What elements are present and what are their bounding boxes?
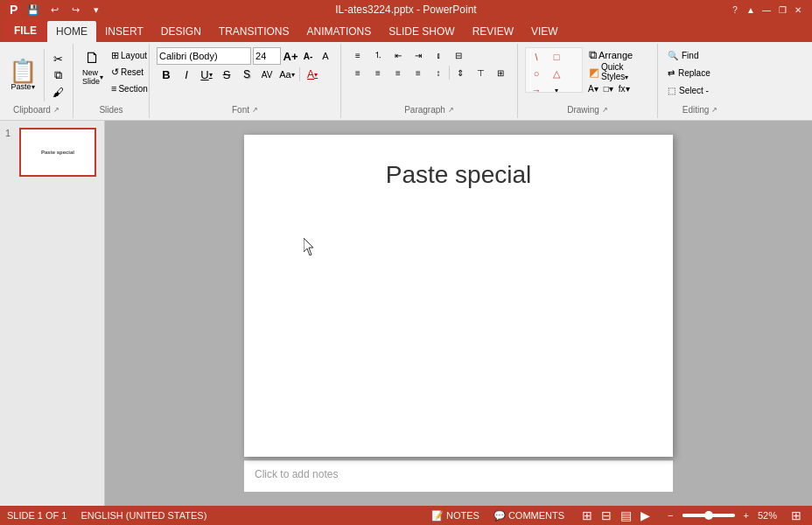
slides-small-btns: ⊞ Layout ↺ Reset ≡ Section	[108, 47, 144, 96]
window-title: IL-ates3224.pptx - PowerPoint	[335, 4, 476, 16]
justify-button[interactable]: ≡	[409, 65, 428, 80]
editing-expand-icon[interactable]: ↗	[711, 106, 718, 114]
slide-canvas[interactable]: Paste special	[244, 135, 673, 457]
bullets-button[interactable]: ≡	[348, 47, 368, 63]
redo-icon[interactable]: ↪	[67, 2, 83, 18]
tab-file[interactable]: FILE	[4, 19, 47, 42]
shape-more[interactable]: ▾	[547, 82, 566, 93]
slide-title-text[interactable]: Paste special	[386, 161, 532, 189]
font-expand-icon[interactable]: ↗	[252, 106, 258, 114]
find-button[interactable]: 🔍 Find	[665, 47, 735, 63]
title-left: P 💾 ↩ ↪ ▾	[7, 2, 104, 18]
text-direction-button[interactable]: ⇕	[451, 65, 470, 80]
spacing-button[interactable]: AV	[257, 66, 276, 82]
editing-label: Editing ↗	[662, 103, 738, 116]
slideshow-button[interactable]: ▶	[637, 507, 654, 524]
ribbon-collapse-button[interactable]: ▲	[744, 3, 758, 17]
slide-thumbnail-1[interactable]: Paste special	[19, 128, 96, 177]
select-button[interactable]: ⬚ Select -	[665, 82, 735, 98]
shape-triangle[interactable]: △	[547, 66, 566, 81]
normal-view-button[interactable]: ⊞	[578, 507, 596, 524]
tab-design[interactable]: DESIGN	[152, 21, 210, 42]
shape-effects-button[interactable]: fx▾	[617, 80, 632, 96]
clipboard-group: 📋 Paste▾ ✂ ⧉ 🖌 Clipboard ↗	[0, 44, 74, 118]
clipboard-expand-icon[interactable]: ↗	[53, 106, 60, 114]
help-button[interactable]: ?	[728, 3, 742, 17]
shape-oval[interactable]: ○	[527, 66, 546, 81]
quick-styles-button[interactable]: ◩ QuickStyles▾	[586, 64, 639, 80]
tab-slideshow[interactable]: SLIDE SHOW	[380, 21, 463, 42]
convert-smartart-button[interactable]: ⊞	[491, 65, 510, 80]
layout-button[interactable]: ⊞ Layout	[108, 47, 144, 63]
paragraph-expand-icon[interactable]: ↗	[448, 106, 454, 114]
numbering-button[interactable]: ⒈	[368, 47, 388, 63]
save-icon[interactable]: 💾	[25, 2, 41, 18]
section-button[interactable]: ≡ Section	[108, 80, 144, 96]
decrease-indent-button[interactable]: ⇤	[388, 47, 408, 63]
drawing-expand-icon[interactable]: ↗	[602, 106, 608, 114]
font-case-button[interactable]: Aa▾	[277, 66, 297, 82]
zoom-out-button[interactable]: −	[664, 507, 676, 524]
maximize-button[interactable]: ❐	[775, 3, 789, 17]
arrange-button[interactable]: ⧉ Arrange	[586, 47, 639, 63]
reset-button[interactable]: ↺ Reset	[108, 64, 144, 80]
shape-outline-button[interactable]: □▾	[602, 80, 615, 96]
zoom-controls: − + 52%	[664, 507, 780, 524]
layout-icon: ⊞	[111, 50, 119, 61]
tab-animations[interactable]: ANIMATIONS	[298, 21, 380, 42]
smart-art-button[interactable]: ⊟	[449, 47, 468, 63]
decrease-font-button[interactable]: A-	[300, 48, 316, 64]
underline-button[interactable]: U▾	[197, 66, 216, 82]
clear-formatting-button[interactable]: A	[318, 48, 333, 64]
copy-button[interactable]: ⧉	[48, 67, 67, 83]
shadow-button[interactable]: S	[237, 66, 256, 82]
comments-button[interactable]: 💬 COMMENTS	[490, 507, 568, 524]
zoom-level[interactable]: 52%	[754, 507, 780, 524]
replace-button[interactable]: ⇄ Replace	[665, 65, 735, 80]
tab-home[interactable]: HOME	[47, 21, 96, 42]
zoom-in-button[interactable]: +	[740, 507, 752, 524]
close-button[interactable]: ✕	[791, 3, 805, 17]
tab-insert[interactable]: INSERT	[96, 21, 152, 42]
ribbon-tabs: FILE HOME INSERT DESIGN TRANSITIONS ANIM…	[0, 19, 812, 42]
align-left-button[interactable]: ≡	[348, 65, 368, 80]
align-text-button[interactable]: ⊤	[471, 65, 490, 80]
reading-view-button[interactable]: ▤	[617, 507, 635, 524]
new-slide-button[interactable]: 🗋 NewSlide▾	[79, 47, 107, 88]
customize-qat-icon[interactable]: ▾	[88, 2, 104, 18]
line-spacing-button[interactable]: ↕	[429, 65, 448, 80]
shape-line[interactable]: \	[527, 49, 546, 65]
increase-font-button[interactable]: A+	[283, 48, 298, 64]
notes-area[interactable]: Click to add notes	[244, 460, 673, 492]
columns-button[interactable]: ⫾	[429, 47, 448, 63]
shape-arrow-right[interactable]: →	[527, 82, 546, 93]
bold-button[interactable]: B	[157, 66, 176, 82]
strikethrough-button[interactable]: S	[217, 66, 236, 82]
format-painter-button[interactable]: 🖌	[48, 84, 67, 100]
notes-button[interactable]: 📝 NOTES	[428, 507, 483, 524]
paste-button[interactable]: 📋 Paste▾	[5, 58, 40, 93]
font-color-button[interactable]: A▾	[303, 66, 322, 82]
tab-review[interactable]: REVIEW	[464, 21, 522, 42]
slide-sorter-button[interactable]: ⊟	[598, 507, 615, 524]
zoom-slider[interactable]	[682, 514, 735, 517]
cursor-svg	[304, 238, 316, 256]
fit-slide-button[interactable]: ⊞	[788, 507, 805, 524]
font-family-select[interactable]	[157, 47, 251, 65]
align-center-button[interactable]: ≡	[368, 65, 388, 80]
cut-button[interactable]: ✂	[48, 51, 67, 66]
increase-indent-button[interactable]: ⇥	[409, 47, 428, 63]
minimize-button[interactable]: —	[760, 3, 774, 17]
shape-rect[interactable]: □	[547, 49, 566, 65]
font-row-1: A+ A- A	[157, 47, 333, 65]
clipboard-small-btns: ✂ ⧉ 🖌	[48, 51, 67, 100]
section-icon: ≡	[111, 83, 116, 94]
tab-view[interactable]: VIEW	[522, 21, 567, 42]
tab-transitions[interactable]: TRANSITIONS	[210, 21, 298, 42]
font-size-input[interactable]	[253, 47, 281, 65]
align-right-button[interactable]: ≡	[388, 65, 408, 80]
quick-styles-icon: ◩	[589, 66, 599, 79]
shape-fill-button[interactable]: A▾	[586, 80, 600, 96]
undo-icon[interactable]: ↩	[46, 2, 62, 18]
italic-button[interactable]: I	[177, 66, 196, 82]
